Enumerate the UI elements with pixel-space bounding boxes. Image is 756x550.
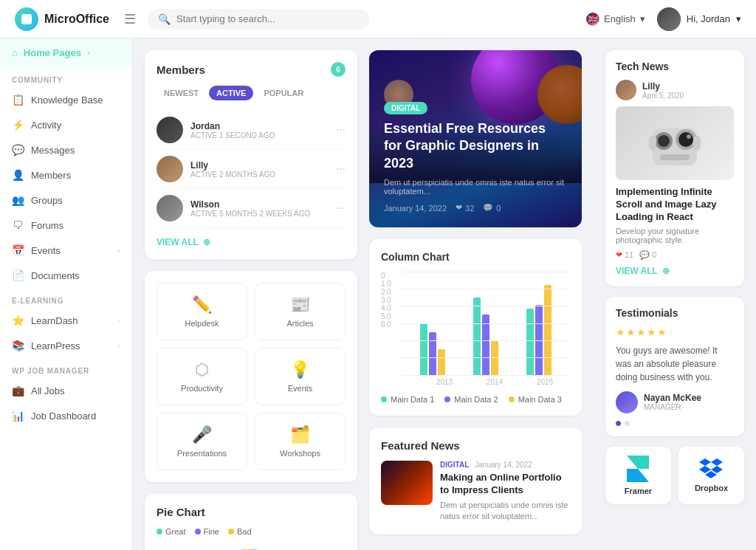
hero-comments: 💬 0 xyxy=(483,203,501,213)
tech-news-article-excerpt: Develop your signature photographic styl… xyxy=(616,227,734,244)
sidebar-groups-label: Groups xyxy=(31,195,120,206)
language-label: English xyxy=(604,13,636,24)
member-name-jordan: Jordan xyxy=(190,121,329,131)
sidebar-home-label: Home Pages xyxy=(24,47,81,58)
search-bar: 🔍 xyxy=(148,9,369,30)
column-chart-title: Column Chart xyxy=(381,251,570,263)
svg-marker-15 xyxy=(705,471,717,478)
testimonial-stars: ★★★★★ xyxy=(616,326,734,338)
hero-title: Essential Free Resources for Graphic Des… xyxy=(384,120,567,172)
app-name: MicroOffice xyxy=(44,13,109,26)
sidebar-item-learndash[interactable]: ⭐ LearnDash › xyxy=(0,308,132,333)
framer-app-card[interactable]: Framer xyxy=(605,447,671,504)
sidebar-item-all-jobs[interactable]: 💼 All Jobs xyxy=(0,378,132,403)
sidebar-item-home[interactable]: ⌂ Home Pages › xyxy=(0,38,132,67)
quick-links-card: ✏️ Helpdesk 📰 Articles ⬡ Productivity xyxy=(145,271,357,482)
tech-news-like-count: ❤11 xyxy=(616,250,633,260)
productivity-icon: ⬡ xyxy=(195,360,209,379)
testimonial-dot-2[interactable] xyxy=(625,421,630,426)
dropbox-app-card[interactable]: Dropbox xyxy=(678,447,744,504)
tab-active[interactable]: ACTIVE xyxy=(209,86,253,100)
testimonial-pagination xyxy=(616,421,734,426)
articles-icon: 📰 xyxy=(290,295,310,314)
member-options-wilson[interactable]: ··· xyxy=(336,202,346,215)
tab-newest[interactable]: NEWEST xyxy=(157,86,206,100)
heart-icon: ❤ xyxy=(616,250,622,260)
testimonial-dot-1[interactable] xyxy=(616,421,621,426)
events-ql-label: Events xyxy=(288,384,313,393)
user-chevron-icon: ▾ xyxy=(736,13,741,24)
main-content: Members 6 NEWEST ACTIVE POPULAR Jordan A… xyxy=(133,38,594,550)
sidebar-item-learnpress[interactable]: 📚 LearnPress › xyxy=(0,333,132,358)
sidebar-events-label: Events xyxy=(31,245,111,256)
tech-news-view-all[interactable]: VIEW ALL ⊕ xyxy=(616,266,734,276)
member-avatar-jordan xyxy=(157,117,183,143)
members-badge: 6 xyxy=(331,62,346,77)
workshops-icon: 🗂️ xyxy=(290,425,310,444)
sidebar-item-job-dashboard[interactable]: 📊 Job Dashboard xyxy=(0,403,132,428)
sidebar-item-members[interactable]: 👤 Members xyxy=(0,162,132,188)
testimonial-text: You guys are awesome! It was an absolute… xyxy=(616,344,734,384)
framer-icon xyxy=(627,456,649,482)
pie-chart-card: Pie Chart Great Fine Bad xyxy=(145,494,357,550)
members-view-all[interactable]: VIEW ALL ⊕ xyxy=(157,237,346,247)
tab-popular[interactable]: POPULAR xyxy=(256,86,311,100)
testimonials-card: Testimonials ★★★★★ You guys are awesome!… xyxy=(605,297,744,436)
pie-chart-title: Pie Chart xyxy=(157,506,346,518)
sidebar-documents-label: Documents xyxy=(31,270,120,281)
bar-2013-d3 xyxy=(438,349,445,375)
quick-link-events[interactable]: 💡 Events xyxy=(255,348,346,405)
tech-news-card: Tech News Lilly April 5, 2020 xyxy=(605,50,744,286)
sidebar-knowledge-base-label: Knowledge Base xyxy=(31,94,120,106)
articles-label: Articles xyxy=(286,319,313,328)
hero-content: DIGITAL Essential Free Resources for Gra… xyxy=(384,102,567,213)
menu-icon[interactable]: ☰ xyxy=(124,11,136,27)
sidebar-members-label: Members xyxy=(31,170,120,181)
member-item-wilson: Wilson ACTIVE 5 MONTHS 2 WEEKS AGO ··· xyxy=(157,189,346,228)
svg-marker-11 xyxy=(699,458,711,466)
workshops-label: Workshops xyxy=(280,449,320,458)
quick-link-articles[interactable]: 📰 Articles xyxy=(255,283,346,340)
member-item-lilly: Lilly ACTIVE 2 MONTHS AGO ··· xyxy=(157,150,346,189)
col2: DIGITAL Essential Free Resources for Gra… xyxy=(369,50,582,550)
legend-fine: Fine xyxy=(195,527,219,536)
events-ql-icon: 💡 xyxy=(290,360,310,379)
sidebar-item-groups[interactable]: 👥 Groups xyxy=(0,188,132,213)
member-options-jordan[interactable]: ··· xyxy=(336,123,346,137)
member-options-lilly[interactable]: ··· xyxy=(336,162,346,176)
testimonial-author: Nayan McKee MANAGER xyxy=(616,391,734,413)
presentations-label: Presentations xyxy=(177,449,227,458)
sidebar-messages-label: Messages xyxy=(31,145,120,156)
chart-container: 6.0 5.0 4.0 3.0 2.0 1.0 0 xyxy=(381,272,570,389)
svg-marker-13 xyxy=(699,466,711,473)
view-all-icon: ⊕ xyxy=(203,237,210,247)
legend-great: Great xyxy=(157,527,186,536)
elearning-section-label: E-LEARNING xyxy=(0,288,132,308)
chart-legend: Main Data 1 Main Data 2 Main Data 3 xyxy=(381,395,570,404)
logo[interactable]: MicroOffice xyxy=(15,7,109,31)
view-all-circle-icon: ⊕ xyxy=(662,266,670,276)
quick-link-productivity[interactable]: ⬡ Productivity xyxy=(157,348,247,405)
bar-2013-d2 xyxy=(429,332,436,375)
sidebar-item-knowledge-base[interactable]: 📋 Knowledge Base xyxy=(0,87,132,112)
legend-bad-dot xyxy=(228,529,234,534)
sidebar-item-activity[interactable]: ⚡ Activity xyxy=(0,112,132,137)
bar-2014-d1 xyxy=(473,298,481,375)
member-avatar-wilson xyxy=(157,195,183,221)
sidebar-item-forums[interactable]: 🗨 Forums xyxy=(0,213,132,238)
member-item-jordan: Jordan ACTIVE 1 SECOND AGO ··· xyxy=(157,111,346,150)
member-status-lilly: ACTIVE 2 MONTHS AGO xyxy=(190,171,329,179)
quick-link-workshops[interactable]: 🗂️ Workshops xyxy=(255,413,346,470)
language-selector[interactable]: 🇬🇧 English ▾ xyxy=(586,13,645,26)
user-menu[interactable]: Hi, Jordan ▾ xyxy=(657,7,741,31)
sidebar-item-documents[interactable]: 📄 Documents xyxy=(0,263,132,288)
sidebar-item-events[interactable]: 📅 Events › xyxy=(0,238,132,263)
quick-link-presentations[interactable]: 🎤 Presentations xyxy=(157,413,247,470)
svg-point-5 xyxy=(687,134,691,139)
sidebar-item-messages[interactable]: 💬 Messages xyxy=(0,137,132,162)
quick-link-helpdesk[interactable]: ✏️ Helpdesk xyxy=(157,283,247,340)
avatar xyxy=(657,7,681,31)
search-input[interactable] xyxy=(176,13,359,24)
testimonial-author-role: MANAGER xyxy=(644,403,701,411)
header: MicroOffice ☰ 🔍 🇬🇧 English ▾ Hi, Jordan … xyxy=(0,0,756,38)
